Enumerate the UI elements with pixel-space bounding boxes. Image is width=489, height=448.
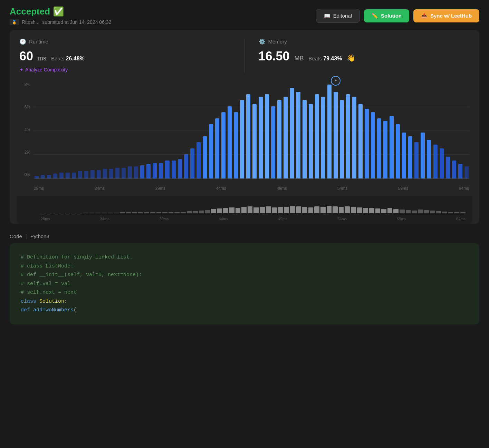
stats-chart-card: 🕐 Runtime 60 ms Beats 26.48% ✦ Analyze C… [10,30,479,224]
bar-wrapper-30 [221,82,226,178]
memory-icon: ⚙️ [259,38,266,45]
mini-bar-22 [174,212,180,213]
bar-wrapper-19 [152,82,157,178]
bar-13 [115,168,119,178]
mini-bar-26 [199,211,204,213]
main-content: 🕐 Runtime 60 ms Beats 26.48% ✦ Analyze C… [0,30,489,324]
bar-wrapper-56 [383,82,388,178]
mini-bar-49 [339,207,344,213]
bar-27 [203,136,207,178]
code-divider: | [26,233,27,239]
mini-bar-38 [272,207,277,213]
bar-wrapper-25 [190,82,195,178]
bar-wrapper-16 [134,82,139,178]
bar-49 [340,100,344,178]
bar-60 [408,136,412,178]
code-line-5: # self.next = next [21,288,468,297]
bar-51 [352,97,356,178]
bar-46 [321,97,325,178]
mini-bar-40 [284,207,289,213]
bar-28 [209,124,213,178]
bar-wrapper-1 [40,82,45,178]
bar-17 [140,165,144,178]
submitted-row: 🏅 Ritesh... submitted at Jun 14, 2024 06… [10,19,111,25]
bar-23 [178,159,182,178]
bar-54 [371,112,375,178]
mini-x-labels: 28ms 34ms 39ms 44ms 49ms 54ms 59ms 64ms [41,217,466,221]
mini-bar-62 [418,210,423,213]
x-label-64: 64ms [459,186,469,191]
sync-icon: 📤 [421,13,428,19]
bar-24 [184,154,188,178]
bar-50 [346,94,350,178]
accepted-row: Accepted ✅ [10,6,111,17]
mini-bar-23 [181,212,186,214]
bar-wrapper-65 [439,82,444,178]
x-label-44: 44ms [216,186,226,191]
code-lang: Python3 [30,233,49,239]
bar-31 [228,106,232,178]
mini-bar-57 [387,208,393,213]
bar-wrapper-48: ⚑ [333,82,338,178]
x-label-39: 39ms [155,186,165,191]
bar-wrapper-14 [121,82,126,178]
bar-65 [440,148,444,178]
mini-bar-50 [345,206,350,213]
mini-bar-0 [41,213,46,213]
mini-bar-9 [95,213,100,213]
memory-beats-label: Beats 79.43% [309,56,342,62]
bar-53 [365,109,369,178]
analyze-label: Analyze Complexity [25,67,68,72]
mini-bar-61 [412,211,417,213]
bar-wrapper-51 [352,82,357,178]
mini-bar-1 [47,213,52,213]
mini-bar-28 [211,209,216,213]
bar-wrapper-26 [196,82,201,178]
mini-bar-24 [187,211,192,213]
solution-button[interactable]: ✏️ Solution [364,9,409,22]
y-label-6: 6% [25,105,30,109]
bar-wrapper-0 [34,82,39,178]
bar-68 [458,164,462,178]
bar-11 [103,169,107,178]
bar-57 [390,116,394,178]
mini-bar-16 [138,212,143,213]
bar-wrapper-42 [296,82,301,178]
bar-45 [315,94,319,178]
sync-button[interactable]: 📤 Sync w/ LeetHub [413,9,479,22]
bar-wrapper-11 [103,82,108,178]
bar-wrapper-54 [371,82,376,178]
bar-6 [72,173,76,178]
code-block: # Definition for singly-linked list. # c… [10,243,479,324]
bar-wrapper-8 [84,82,89,178]
mini-chart-bars [41,198,466,213]
mini-x-64: 64ms [456,217,466,221]
bar-36 [259,97,263,178]
memory-label: Memory [268,39,287,45]
bar-55 [377,118,381,178]
code-line-6: class Solution: [21,297,468,306]
bar-wrapper-29 [214,82,220,178]
bar-wrapper-4 [59,82,64,178]
bar-26 [196,142,201,178]
mini-bar-66 [442,212,447,213]
mini-bar-59 [400,210,405,213]
top-bar: Accepted ✅ 🏅 Ritesh... submitted at Jun … [0,0,489,30]
x-label-49: 49ms [277,186,287,191]
mini-bar-41 [290,206,295,213]
editorial-button[interactable]: 📖 Editorial [316,9,360,23]
mini-bar-34 [248,206,253,213]
bar-47 [327,85,332,178]
bar-5 [66,173,70,178]
analyze-complexity-link[interactable]: ✦ Analyze Complexity [19,67,231,72]
submitted-text: submitted at Jun 14, 2024 06:32 [42,19,111,25]
mini-bar-48 [333,206,338,213]
x-label-28: 28ms [34,186,44,191]
bar-wrapper-69 [464,82,469,178]
mini-bar-53 [363,208,368,213]
editorial-label: Editorial [333,13,352,19]
bar-34 [246,94,250,178]
chart-x-labels: 28ms 34ms 39ms 44ms 49ms 54ms 59ms 64ms [34,186,469,191]
mini-x-59: 59ms [397,217,406,221]
code-label: Code [10,233,22,239]
